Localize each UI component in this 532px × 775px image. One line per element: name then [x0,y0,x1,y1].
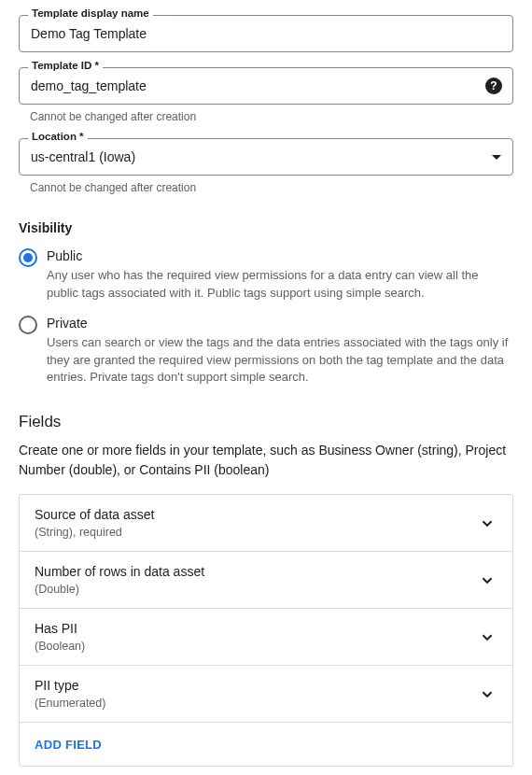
radio-private[interactable] [19,316,37,334]
location-select[interactable]: us-central1 (Iowa) [19,138,513,176]
field-item-type: (String), required [35,526,154,539]
help-icon[interactable]: ? [485,78,502,94]
template-id-label: Template ID * [28,60,103,71]
radio-public-label: Public [47,248,513,263]
fields-list: Source of data asset (String), required … [19,494,513,767]
radio-public[interactable] [19,248,37,267]
chevron-down-icon [477,570,497,590]
radio-option-public: Public Any user who has the required vie… [19,248,513,303]
location-field: Location * us-central1 (Iowa) Cannot be … [19,138,513,194]
fields-section: Fields Create one or more fields in your… [19,413,513,767]
radio-private-description: Users can search or view the tags and th… [47,334,513,388]
radio-private-label: Private [47,316,513,331]
add-field-row: ADD FIELD [20,723,512,766]
radio-public-description: Any user who has the required view permi… [47,267,513,303]
display-name-label: Template display name [28,7,153,19]
visibility-title: Visibility [19,220,513,235]
field-item-title: Number of rows in data asset [35,564,204,579]
location-label: Location * [28,131,88,142]
chevron-down-icon [477,627,497,647]
field-item-rows[interactable]: Number of rows in data asset (Double) [20,552,512,609]
field-item-source[interactable]: Source of data asset (String), required [20,495,512,552]
template-id-field: Template ID * ? Cannot be changed after … [19,67,513,123]
template-id-input[interactable] [19,67,513,105]
field-item-title: Source of data asset [35,507,154,522]
fields-description: Create one or more fields in your templa… [19,441,513,479]
location-helper: Cannot be changed after creation [30,181,513,194]
fields-title: Fields [19,413,513,431]
template-id-helper: Cannot be changed after creation [30,110,513,123]
chevron-down-icon [477,683,497,704]
field-item-title: Has PII [35,621,85,636]
add-field-button[interactable]: ADD FIELD [35,738,102,752]
chevron-down-icon [477,513,497,533]
field-item-type: (Double) [35,583,204,596]
field-item-type: (Enumerated) [35,697,105,710]
dropdown-arrow-icon [492,155,501,160]
display-name-field: Template display name [19,15,513,52]
field-item-pii[interactable]: Has PII (Boolean) [20,609,512,666]
visibility-section: Visibility Public Any user who has the r… [19,220,513,387]
field-item-type: (Boolean) [35,640,85,653]
radio-option-private: Private Users can search or view the tag… [19,316,513,388]
display-name-input[interactable] [19,15,513,52]
field-item-title: PII type [35,678,105,693]
location-value: us-central1 (Iowa) [31,149,135,164]
field-item-pii-type[interactable]: PII type (Enumerated) [20,666,512,723]
